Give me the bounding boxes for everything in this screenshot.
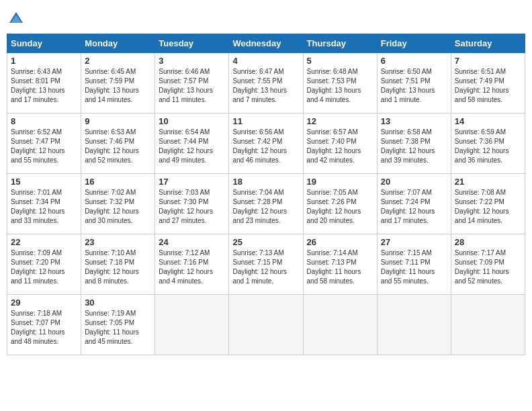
day-info: Sunrise: 6:58 AMSunset: 7:38 PMDaylight:… [381,128,447,165]
day-number: 18 [232,177,299,187]
calendar-day-cell: 2Sunrise: 6:45 AMSunset: 7:59 PMDaylight… [81,53,155,113]
day-number: 28 [455,237,521,247]
calendar-day-cell: 15Sunrise: 7:01 AMSunset: 7:34 PMDayligh… [7,174,81,234]
calendar-day-cell: 6Sunrise: 6:50 AMSunset: 7:51 PMDaylight… [377,53,451,113]
day-info: Sunrise: 6:43 AMSunset: 8:01 PMDaylight:… [11,67,77,105]
day-info: Sunrise: 7:01 AMSunset: 7:34 PMDaylight:… [11,188,77,226]
day-info: Sunrise: 7:12 AMSunset: 7:16 PMDaylight:… [159,248,225,286]
calendar-day-cell: 26Sunrise: 7:14 AMSunset: 7:13 PMDayligh… [303,234,377,295]
day-number: 20 [381,177,447,187]
day-info: Sunrise: 7:05 AMSunset: 7:26 PMDaylight:… [307,188,373,226]
day-info: Sunrise: 6:45 AMSunset: 7:59 PMDaylight:… [85,67,151,105]
calendar-week-row: 29Sunrise: 7:18 AMSunset: 7:07 PMDayligh… [7,295,525,355]
day-number: 10 [159,116,225,126]
calendar-day-cell: 4Sunrise: 6:47 AMSunset: 7:55 PMDaylight… [229,53,303,113]
day-info: Sunrise: 6:50 AMSunset: 7:51 PMDaylight:… [381,67,447,105]
calendar-day-cell: 7Sunrise: 6:51 AMSunset: 7:49 PMDaylight… [451,53,525,113]
day-number: 14 [455,116,521,126]
weekday-header-saturday: Saturday [451,34,525,53]
calendar-day-cell: 28Sunrise: 7:17 AMSunset: 7:09 PMDayligh… [451,234,525,295]
day-number: 21 [455,177,521,187]
calendar-day-cell: 25Sunrise: 7:13 AMSunset: 7:15 PMDayligh… [229,234,303,295]
day-number: 29 [11,298,77,308]
day-info: Sunrise: 7:17 AMSunset: 7:09 PMDaylight:… [455,248,521,286]
calendar-day-cell: 9Sunrise: 6:53 AMSunset: 7:46 PMDaylight… [81,113,155,174]
calendar-day-cell [155,295,229,355]
day-number: 11 [232,116,299,126]
day-info: Sunrise: 6:59 AMSunset: 7:36 PMDaylight:… [455,128,521,165]
calendar-day-cell: 10Sunrise: 6:54 AMSunset: 7:44 PMDayligh… [155,113,229,174]
day-info: Sunrise: 7:14 AMSunset: 7:13 PMDaylight:… [307,248,373,286]
day-number: 9 [85,116,151,126]
calendar-day-cell: 1Sunrise: 6:43 AMSunset: 8:01 PMDaylight… [7,53,81,113]
day-number: 1 [11,56,77,66]
day-number: 2 [85,56,151,66]
calendar-day-cell: 20Sunrise: 7:07 AMSunset: 7:24 PMDayligh… [377,174,451,234]
logo-icon [7,9,26,28]
day-info: Sunrise: 7:04 AMSunset: 7:28 PMDaylight:… [232,188,299,226]
calendar-day-cell: 24Sunrise: 7:12 AMSunset: 7:16 PMDayligh… [155,234,229,295]
calendar-day-cell: 5Sunrise: 6:48 AMSunset: 7:53 PMDaylight… [303,53,377,113]
day-number: 3 [159,56,225,66]
calendar-day-cell: 13Sunrise: 6:58 AMSunset: 7:38 PMDayligh… [377,113,451,174]
day-number: 17 [159,177,225,187]
day-number: 19 [307,177,373,187]
day-number: 7 [455,56,521,66]
day-number: 5 [307,56,373,66]
weekday-row: SundayMondayTuesdayWednesdayThursdayFrid… [7,34,525,53]
calendar-day-cell [377,295,451,355]
weekday-header-tuesday: Tuesday [155,34,229,53]
day-number: 12 [307,116,373,126]
day-info: Sunrise: 7:19 AMSunset: 7:05 PMDaylight:… [85,309,151,347]
calendar-day-cell: 21Sunrise: 7:08 AMSunset: 7:22 PMDayligh… [451,174,525,234]
calendar-day-cell: 16Sunrise: 7:02 AMSunset: 7:32 PMDayligh… [81,174,155,234]
calendar-day-cell: 11Sunrise: 6:56 AMSunset: 7:42 PMDayligh… [229,113,303,174]
calendar-week-row: 22Sunrise: 7:09 AMSunset: 7:20 PMDayligh… [7,234,525,295]
calendar-week-row: 8Sunrise: 6:52 AMSunset: 7:47 PMDaylight… [7,113,525,174]
calendar-day-cell: 3Sunrise: 6:46 AMSunset: 7:57 PMDaylight… [155,53,229,113]
calendar-day-cell [303,295,377,355]
calendar-day-cell: 29Sunrise: 7:18 AMSunset: 7:07 PMDayligh… [7,295,81,355]
weekday-header-thursday: Thursday [303,34,377,53]
day-info: Sunrise: 6:46 AMSunset: 7:57 PMDaylight:… [159,67,225,105]
calendar-week-row: 15Sunrise: 7:01 AMSunset: 7:34 PMDayligh… [7,174,525,234]
day-number: 6 [381,56,447,66]
day-info: Sunrise: 6:47 AMSunset: 7:55 PMDaylight:… [232,67,299,105]
day-number: 8 [11,116,77,126]
calendar-body: 1Sunrise: 6:43 AMSunset: 8:01 PMDaylight… [7,53,525,355]
page-header [7,7,525,28]
day-number: 26 [307,237,373,247]
calendar-day-cell: 14Sunrise: 6:59 AMSunset: 7:36 PMDayligh… [451,113,525,174]
day-info: Sunrise: 7:08 AMSunset: 7:22 PMDaylight:… [455,188,521,226]
day-info: Sunrise: 7:03 AMSunset: 7:30 PMDaylight:… [159,188,225,226]
calendar-day-cell: 17Sunrise: 7:03 AMSunset: 7:30 PMDayligh… [155,174,229,234]
calendar-header: SundayMondayTuesdayWednesdayThursdayFrid… [7,34,525,53]
day-info: Sunrise: 6:52 AMSunset: 7:47 PMDaylight:… [11,128,77,165]
day-info: Sunrise: 7:07 AMSunset: 7:24 PMDaylight:… [381,188,447,226]
day-info: Sunrise: 6:53 AMSunset: 7:46 PMDaylight:… [85,128,151,165]
day-info: Sunrise: 7:10 AMSunset: 7:18 PMDaylight:… [85,248,151,286]
day-number: 24 [159,237,225,247]
day-number: 23 [85,237,151,247]
day-number: 4 [232,56,299,66]
day-number: 16 [85,177,151,187]
calendar-day-cell: 27Sunrise: 7:15 AMSunset: 7:11 PMDayligh… [377,234,451,295]
weekday-header-wednesday: Wednesday [229,34,303,53]
day-info: Sunrise: 6:54 AMSunset: 7:44 PMDaylight:… [159,128,225,165]
calendar-day-cell: 22Sunrise: 7:09 AMSunset: 7:20 PMDayligh… [7,234,81,295]
day-number: 30 [85,298,151,308]
day-info: Sunrise: 7:09 AMSunset: 7:20 PMDaylight:… [11,248,77,286]
calendar-table: SundayMondayTuesdayWednesdayThursdayFrid… [7,34,525,355]
day-number: 15 [11,177,77,187]
calendar-day-cell: 8Sunrise: 6:52 AMSunset: 7:47 PMDaylight… [7,113,81,174]
weekday-header-friday: Friday [377,34,451,53]
calendar-day-cell: 23Sunrise: 7:10 AMSunset: 7:18 PMDayligh… [81,234,155,295]
calendar-day-cell: 19Sunrise: 7:05 AMSunset: 7:26 PMDayligh… [303,174,377,234]
calendar-day-cell: 12Sunrise: 6:57 AMSunset: 7:40 PMDayligh… [303,113,377,174]
day-info: Sunrise: 7:13 AMSunset: 7:15 PMDaylight:… [232,248,299,286]
day-info: Sunrise: 6:56 AMSunset: 7:42 PMDaylight:… [232,128,299,165]
day-number: 22 [11,237,77,247]
calendar-week-row: 1Sunrise: 6:43 AMSunset: 8:01 PMDaylight… [7,53,525,113]
day-info: Sunrise: 7:15 AMSunset: 7:11 PMDaylight:… [381,248,447,286]
calendar-day-cell: 30Sunrise: 7:19 AMSunset: 7:05 PMDayligh… [81,295,155,355]
